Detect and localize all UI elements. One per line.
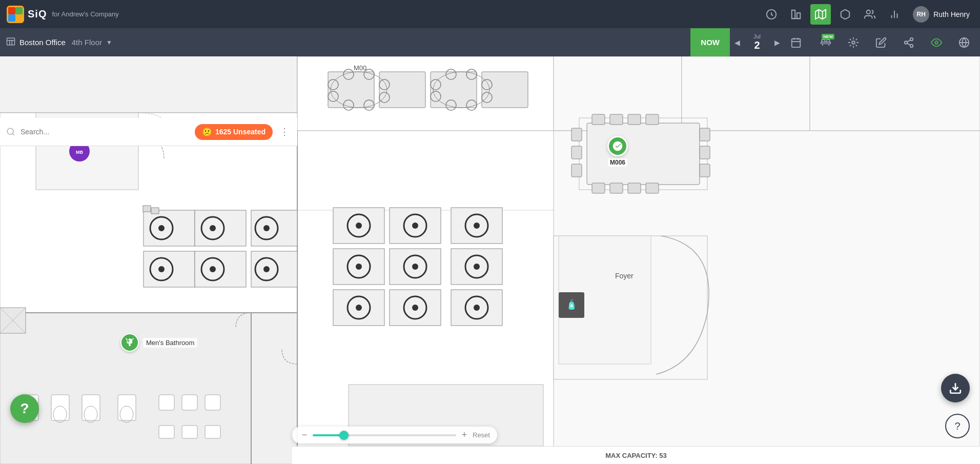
- svg-rect-152: [159, 395, 174, 410]
- svg-rect-86: [610, 183, 623, 193]
- m00-label: M00: [354, 64, 366, 72]
- svg-rect-153: [182, 395, 197, 410]
- svg-marker-8: [815, 9, 826, 18]
- office-name: Boston Office: [19, 38, 66, 47]
- eye-icon[interactable]: [927, 33, 946, 52]
- notifications-icon[interactable]: [761, 4, 782, 25]
- svg-point-28: [852, 41, 855, 44]
- search-icon: [6, 127, 15, 136]
- svg-point-126: [412, 264, 418, 270]
- svg-rect-45: [810, 56, 980, 131]
- company-name: for Andrew's Company: [52, 10, 118, 18]
- svg-rect-80: [587, 123, 700, 185]
- edit-icon[interactable]: [871, 33, 891, 52]
- foyer-label: Foyer: [615, 272, 634, 280]
- svg-rect-99: [143, 206, 151, 212]
- logo-area: SiQ for Andrew's Company: [6, 5, 119, 24]
- svg-rect-94: [700, 164, 710, 177]
- dropdown-arrow-icon: ▼: [106, 39, 112, 46]
- date-next-button[interactable]: ▶: [770, 28, 784, 56]
- new-badge: NEW: [822, 34, 834, 39]
- svg-rect-3: [8, 14, 15, 22]
- search-input[interactable]: [21, 128, 190, 136]
- svg-point-108: [158, 266, 165, 272]
- svg-rect-25: [827, 39, 830, 42]
- date-day: 2: [754, 39, 760, 51]
- date-month: Jul: [753, 33, 761, 39]
- buildings-icon[interactable]: [786, 4, 806, 25]
- building-icon: [6, 37, 15, 48]
- office-selector[interactable]: Boston Office 4th Floor ▼: [6, 37, 112, 48]
- user-menu[interactable]: RH Ruth Henry: [909, 6, 974, 23]
- now-button[interactable]: NOW: [690, 28, 730, 56]
- svg-rect-82: [610, 114, 623, 125]
- svg-line-33: [907, 39, 910, 42]
- svg-point-114: [263, 266, 270, 272]
- calendar-button[interactable]: [784, 28, 808, 56]
- zoom-plus-button[interactable]: +: [459, 430, 469, 440]
- svg-rect-83: [628, 114, 641, 125]
- siq-logo-icon: [6, 5, 25, 24]
- unseated-count: 1625 Unseated: [215, 128, 266, 136]
- svg-rect-1: [8, 7, 15, 14]
- search-bar: 🙁 1625 Unseated ⋮: [0, 118, 297, 146]
- svg-rect-155: [159, 426, 174, 438]
- unseated-badge[interactable]: 🙁 1625 Unseated: [195, 124, 273, 140]
- svg-rect-91: [571, 164, 582, 177]
- svg-rect-100: [195, 210, 246, 246]
- chart-icon[interactable]: [884, 4, 905, 25]
- box-icon[interactable]: [835, 4, 855, 25]
- svg-point-37: [7, 128, 13, 134]
- people-icon[interactable]: [860, 4, 880, 25]
- svg-point-123: [356, 264, 362, 270]
- svg-rect-98: [151, 208, 159, 214]
- svg-point-111: [210, 266, 216, 272]
- svg-rect-2: [15, 7, 23, 14]
- svg-point-11: [867, 10, 870, 13]
- svg-rect-89: [571, 128, 582, 141]
- svg-rect-84: [646, 114, 659, 125]
- share-icon[interactable]: [899, 33, 918, 52]
- bathroom-marker: Men's Bathroom: [120, 333, 197, 352]
- globe-icon[interactable]: [954, 33, 974, 52]
- svg-point-141: [474, 305, 480, 311]
- svg-point-129: [356, 305, 362, 311]
- zoom-control: − + Reset: [292, 427, 497, 443]
- help-icon: ?: [20, 400, 29, 417]
- date-prev-button[interactable]: ◀: [730, 28, 744, 56]
- svg-rect-103: [251, 210, 297, 246]
- wayfinding-icon[interactable]: [844, 33, 863, 52]
- svg-rect-92: [700, 128, 710, 141]
- svg-rect-4: [15, 14, 23, 22]
- date-display: Jul 2: [744, 28, 770, 56]
- date-navigation: NOW ◀ Jul 2 ▶: [690, 28, 808, 56]
- floor-name: 4th Floor: [72, 38, 102, 47]
- svg-rect-44: [682, 56, 810, 131]
- download-button[interactable]: [941, 374, 970, 402]
- help-br-button[interactable]: ?: [945, 414, 970, 438]
- m006-label: M006: [608, 158, 627, 167]
- zoom-minus-button[interactable]: −: [299, 430, 310, 440]
- svg-point-120: [412, 223, 418, 229]
- m006-icon: [607, 136, 628, 156]
- svg-rect-7: [797, 13, 800, 18]
- help-button[interactable]: ?: [10, 394, 39, 423]
- reset-button[interactable]: Reset: [473, 431, 490, 439]
- avatar: RH: [913, 6, 929, 23]
- svg-rect-6: [792, 10, 795, 18]
- svg-point-138: [474, 264, 480, 270]
- svg-rect-106: [144, 251, 195, 287]
- max-capacity-bar: MAX CAPACITY: 53: [292, 446, 980, 464]
- secondary-navigation: Boston Office 4th Floor ▼ NOW ◀ Jul 2 ▶ …: [0, 28, 980, 56]
- desk-booking-icon[interactable]: NEW: [816, 33, 835, 52]
- map-icon[interactable]: [810, 4, 831, 25]
- bathroom-icon: [120, 333, 139, 352]
- search-more-button[interactable]: ⋮: [278, 124, 291, 139]
- max-capacity-text: MAX CAPACITY: 53: [605, 452, 666, 459]
- help-br-icon: ?: [954, 420, 960, 432]
- floor-plan-area[interactable]: 🙁 1625 Unseated ⋮: [0, 56, 980, 464]
- user-name: Ruth Henry: [933, 10, 970, 18]
- zoom-slider[interactable]: [313, 434, 456, 436]
- svg-point-97: [158, 225, 165, 231]
- app-name: SiQ: [28, 8, 47, 20]
